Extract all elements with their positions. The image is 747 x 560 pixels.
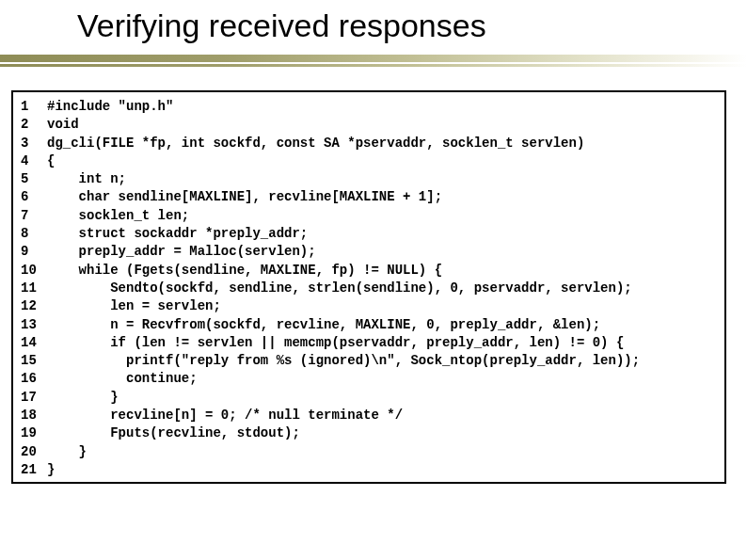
slide: Verifying received responses 1#include "… <box>0 0 747 560</box>
line-number: 8 <box>21 225 47 243</box>
code-row: 1#include "unp.h" <box>21 98 719 116</box>
code-row: 15 printf("reply from %s (ignored)\n", S… <box>21 352 719 370</box>
code-row: 17 } <box>21 389 719 407</box>
line-number: 16 <box>21 370 47 388</box>
line-number: 15 <box>21 352 47 370</box>
code-line: Fputs(recvline, stdout); <box>47 424 719 442</box>
code-line: Sendto(sockfd, sendline, strlen(sendline… <box>47 280 719 297</box>
code-row: 5 int n; <box>21 170 719 188</box>
line-number: 12 <box>21 297 47 315</box>
code-line: struct sockaddr *preply_addr; <box>47 225 719 243</box>
code-line: void <box>47 116 719 134</box>
code-row: 4{ <box>21 152 719 170</box>
code-line: socklen_t len; <box>47 207 719 225</box>
title-underline <box>0 55 747 68</box>
line-number: 6 <box>21 188 47 206</box>
code-line: continue; <box>47 370 719 388</box>
code-line: printf("reply from %s (ignored)\n", Sock… <box>47 352 719 370</box>
line-number: 21 <box>21 461 47 479</box>
code-block: 1#include "unp.h"2void3dg_cli(FILE *fp, … <box>11 90 726 484</box>
code-line: while (Fgets(sendline, MAXLINE, fp) != N… <box>47 262 719 280</box>
code-row: 7 socklen_t len; <box>21 207 719 225</box>
code-row: 8 struct sockaddr *preply_addr; <box>21 225 719 243</box>
code-row: 14 if (len != servlen || memcmp(pservadd… <box>21 334 719 352</box>
code-line: } <box>47 461 719 479</box>
line-number: 2 <box>21 116 47 134</box>
code-line: preply_addr = Malloc(servlen); <box>47 243 719 261</box>
code-row: 6 char sendline[MAXLINE], recvline[MAXLI… <box>21 188 719 206</box>
code-line: #include "unp.h" <box>47 98 719 116</box>
code-row: 10 while (Fgets(sendline, MAXLINE, fp) !… <box>21 262 719 280</box>
code-line: } <box>47 443 719 461</box>
code-line: if (len != servlen || memcmp(pservaddr, … <box>47 334 719 352</box>
line-number: 1 <box>21 98 47 116</box>
underline-bar-bottom <box>0 64 747 67</box>
line-number: 9 <box>21 243 47 261</box>
line-number: 10 <box>21 262 47 280</box>
code-row: 11 Sendto(sockfd, sendline, strlen(sendl… <box>21 280 719 297</box>
code-row: 9 preply_addr = Malloc(servlen); <box>21 243 719 261</box>
code-line: n = Recvfrom(sockfd, recvline, MAXLINE, … <box>47 316 719 334</box>
code-row: 16 continue; <box>21 370 719 388</box>
line-number: 5 <box>21 170 47 188</box>
code-row: 20 } <box>21 443 719 461</box>
code-line: len = servlen; <box>47 297 719 315</box>
line-number: 19 <box>21 424 47 442</box>
slide-title: Verifying received responses <box>77 8 486 44</box>
line-number: 14 <box>21 334 47 352</box>
code-row: 18 recvline[n] = 0; /* null terminate */ <box>21 407 719 424</box>
code-row: 13 n = Recvfrom(sockfd, recvline, MAXLIN… <box>21 316 719 334</box>
line-number: 17 <box>21 389 47 407</box>
code-line: int n; <box>47 170 719 188</box>
code-line: char sendline[MAXLINE], recvline[MAXLINE… <box>47 188 719 206</box>
code-line: recvline[n] = 0; /* null terminate */ <box>47 407 719 424</box>
code-line: { <box>47 152 719 170</box>
line-number: 13 <box>21 316 47 334</box>
underline-bar-top <box>0 55 747 62</box>
code-line: } <box>47 389 719 407</box>
code-row: 19 Fputs(recvline, stdout); <box>21 424 719 442</box>
line-number: 20 <box>21 443 47 461</box>
line-number: 4 <box>21 152 47 170</box>
line-number: 18 <box>21 407 47 424</box>
line-number: 11 <box>21 280 47 297</box>
line-number: 3 <box>21 135 47 152</box>
code-row: 3dg_cli(FILE *fp, int sockfd, const SA *… <box>21 135 719 152</box>
line-number: 7 <box>21 207 47 225</box>
code-row: 2void <box>21 116 719 134</box>
code-row: 21} <box>21 461 719 479</box>
code-row: 12 len = servlen; <box>21 297 719 315</box>
code-line: dg_cli(FILE *fp, int sockfd, const SA *p… <box>47 135 719 152</box>
